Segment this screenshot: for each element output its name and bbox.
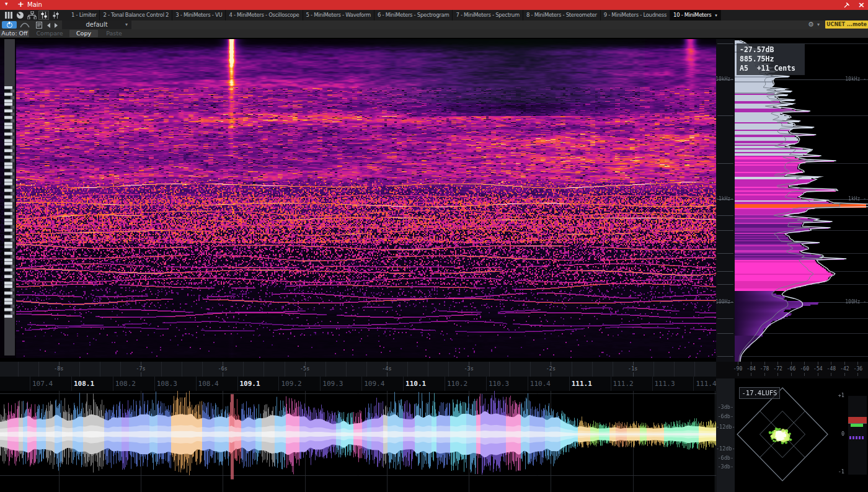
settings-gear-icon[interactable]: ⚙ xyxy=(808,20,814,29)
preset-selector[interactable]: default▾ xyxy=(62,20,131,29)
plugin-header-row: default▾ ⚙ ▾ UCNET ...mote xyxy=(0,20,868,29)
bar-separator xyxy=(196,377,197,391)
minor-tick xyxy=(346,362,347,377)
tab-4[interactable]: 4 - MiniMeters - Oscilloscope xyxy=(226,10,303,20)
tab-10[interactable]: 10 - MiniMeters▾ xyxy=(670,10,721,20)
preset-name: default xyxy=(86,21,107,28)
wf-db-label: -3db- xyxy=(716,404,733,410)
next-preset-icon[interactable] xyxy=(55,23,58,28)
plugin-actions-row: Auto: Off Compare Copy Paste xyxy=(0,29,868,38)
settings-caret-icon[interactable]: ▾ xyxy=(817,20,820,29)
minor-tick xyxy=(407,362,408,377)
minor-tick xyxy=(489,362,490,377)
freq-label-right: 10kHz - xyxy=(841,76,866,82)
preset-file-icon[interactable] xyxy=(36,22,42,29)
minimeters-display: -27.57dB 885.75Hz A5 +11 Cents -10kHz--1… xyxy=(0,38,868,492)
wf-db-label: -12db- xyxy=(716,445,733,452)
minor-tick xyxy=(182,362,182,377)
minor-tick xyxy=(448,362,449,377)
corr-axis-label: -1 xyxy=(836,468,844,475)
readout-freq: 885.75Hz xyxy=(740,55,802,64)
bar-separator xyxy=(154,377,155,391)
meter-red-mark xyxy=(848,417,867,423)
meter-green-mark xyxy=(851,424,863,427)
minor-tick xyxy=(120,362,121,377)
close-icon[interactable]: × xyxy=(858,0,865,9)
tab-1[interactable]: 1 - Limiter xyxy=(68,10,100,20)
sends-icon[interactable] xyxy=(51,11,60,19)
freq-label-left: -100Hz- xyxy=(706,299,733,305)
tab-3[interactable]: 3 - MiniMeters - VU xyxy=(172,10,226,20)
bar-number: 108.1 xyxy=(74,380,94,388)
bar-number: 108.4 xyxy=(198,380,219,388)
tab-9[interactable]: 9 - MiniMeters - Loudness xyxy=(601,10,670,20)
bar-separator xyxy=(361,377,362,391)
window-menu-icon[interactable]: ▾ xyxy=(5,1,8,7)
wf-db-label: -6db- xyxy=(716,413,733,419)
minor-tick xyxy=(326,362,326,377)
minor-tick xyxy=(79,362,80,377)
bar-number: 110.1 xyxy=(405,380,426,388)
bar-number: 110.2 xyxy=(447,380,467,388)
corr-axis-label: +1 xyxy=(836,392,844,398)
tab-caret-icon: ▾ xyxy=(715,13,717,18)
bar-separator xyxy=(486,377,487,391)
tab-2[interactable]: 2 - Tonal Balance Control 2 xyxy=(100,10,172,20)
wf-db-label: -6db- xyxy=(716,455,733,461)
waveform-canvas xyxy=(0,391,716,492)
auto-button[interactable]: Auto: Off xyxy=(0,30,29,37)
corr-axis-label: 0 xyxy=(836,431,844,437)
ucnet-remote-badge[interactable]: UCNET ...mote xyxy=(825,20,868,29)
prev-preset-icon[interactable] xyxy=(47,23,50,28)
copy-button[interactable]: Copy xyxy=(69,30,98,37)
minor-tick xyxy=(38,362,39,377)
plugin-power-button[interactable] xyxy=(2,21,17,29)
minor-tick xyxy=(100,362,100,377)
minor-tick xyxy=(428,362,428,377)
loudness-meter-bar xyxy=(848,396,867,475)
inserts-icon[interactable] xyxy=(4,11,13,19)
mixer-faders-icon[interactable] xyxy=(39,11,48,19)
routing-icon[interactable] xyxy=(27,11,37,19)
tab-7[interactable]: 7 - MiniMeters - Spectrum xyxy=(453,10,523,20)
minor-tick xyxy=(530,362,531,377)
preset-caret-icon: ▾ xyxy=(125,20,128,29)
pan-knob-icon[interactable] xyxy=(16,11,25,19)
spectrum-db-scale: -90-84-78-72-66-60-54-48-42-36 xyxy=(716,362,868,378)
waveform-db-labels: -3db--6db--12db--12db--6db--3db- xyxy=(716,378,735,492)
daw-plugin-window: ▾ + Main × 1 - Limiter2 - Tonal Balance … xyxy=(0,0,868,492)
tab-8[interactable]: 8 - MiniMeters - Stereometer xyxy=(523,10,601,20)
minor-tick xyxy=(161,362,162,377)
compare-button[interactable]: Compare xyxy=(31,30,68,37)
channel-toolbar-icons xyxy=(0,10,60,20)
wf-db-label: -12db- xyxy=(716,424,733,430)
tab-6[interactable]: 6 - MiniMeters - Spectrogram xyxy=(374,10,453,20)
minor-tick xyxy=(243,362,244,377)
bypass-curve-icon[interactable] xyxy=(20,22,30,28)
spectrogram-canvas xyxy=(0,39,716,358)
bar-number: 108.2 xyxy=(115,380,136,388)
tab-5[interactable]: 5 - MiniMeters - Waveform xyxy=(303,10,375,20)
bar-separator xyxy=(30,377,30,391)
bar-separator xyxy=(569,377,570,391)
time-label: -1s xyxy=(621,365,645,372)
add-tab-icon[interactable]: + xyxy=(17,0,24,9)
bar-separator xyxy=(113,377,113,391)
paste-button[interactable]: Paste xyxy=(99,30,129,37)
bar-number: 108.3 xyxy=(157,380,177,388)
freq-label-right: 100Hz - xyxy=(841,299,866,305)
window-title: Main xyxy=(27,1,42,8)
pin-icon[interactable] xyxy=(843,1,851,9)
lufs-readout: -17.4LUFS xyxy=(739,387,780,399)
bar-number: 111.3 xyxy=(655,380,675,388)
minor-tick xyxy=(653,362,654,377)
bar-separator xyxy=(237,377,238,391)
time-label: -5s xyxy=(293,365,317,372)
bar-separator xyxy=(528,377,528,391)
bar-number: 111.2 xyxy=(613,380,634,388)
bar-separator xyxy=(445,377,445,391)
minor-tick xyxy=(694,362,695,377)
bar-separator xyxy=(693,377,694,391)
freq-label-left: -10kHz- xyxy=(706,76,733,82)
spectrum-readout: -27.57dB 885.75Hz A5 +11 Cents xyxy=(737,43,805,75)
